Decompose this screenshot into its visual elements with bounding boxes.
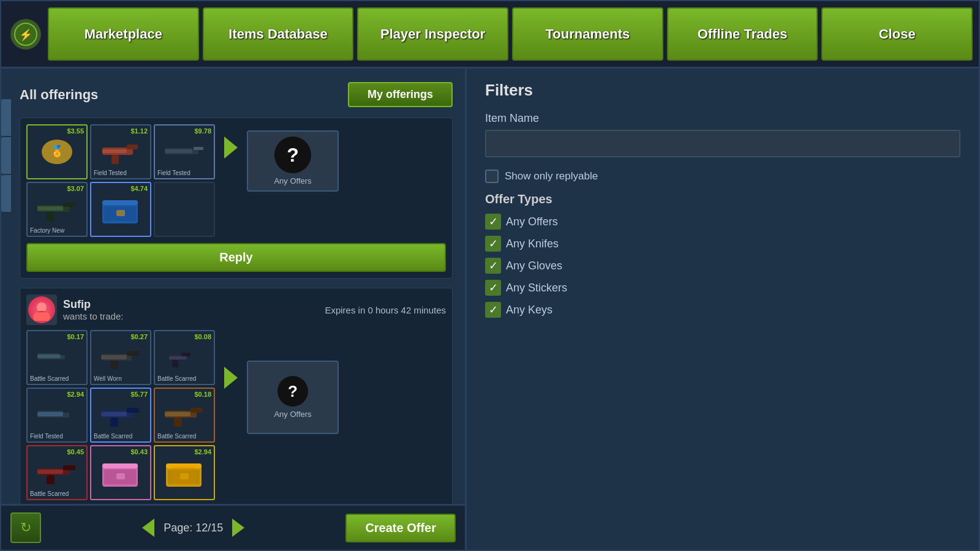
show-replyable-row: Show only replyable [485, 170, 960, 183]
svg-rect-18 [102, 200, 138, 205]
offer-card-1: $3.55 🏅 $1.12 [20, 118, 453, 279]
next-page-button[interactable] [232, 519, 244, 537]
item-visual [163, 400, 206, 430]
offer-type-label: Any Knifes [506, 238, 559, 250]
svg-rect-6 [111, 155, 119, 164]
item-2-4[interactable]: $2.94 Field Tested [26, 388, 88, 443]
question-icon: ? [274, 137, 311, 173]
edge-tabs [1, 99, 11, 212]
offer1-items-row: $3.55 🏅 $1.12 [26, 124, 446, 237]
offer-type-label: Any Gloves [506, 260, 562, 272]
reply-button[interactable]: Reply [26, 243, 446, 272]
edge-tab-3[interactable] [1, 175, 11, 212]
arrow-icon [224, 367, 238, 389]
user-name: Sufip [63, 298, 123, 311]
offer2-arrow [221, 367, 241, 389]
item-2-6[interactable]: $0.18 Battle Scarred [154, 388, 215, 443]
nav-tournaments[interactable]: Tournaments [512, 7, 663, 61]
offer-type-label: Any Offers [506, 216, 558, 228]
svg-rect-37 [47, 418, 55, 427]
svg-text:⚡: ⚡ [19, 28, 33, 42]
item-price: $0.17 [67, 333, 84, 340]
svg-rect-52 [102, 463, 138, 468]
offer-type-any-offers: ✓ Any Offers [485, 214, 960, 230]
item-2-8[interactable]: $0.43 [90, 445, 151, 500]
svg-rect-34 [169, 356, 186, 359]
app-logo: ⚡ [7, 7, 44, 61]
svg-rect-40 [127, 408, 139, 413]
bottom-bar: ↻ Page: 12/15 Create Offer [1, 504, 465, 550]
app-frame: ⚡ Marketplace Items Database Player Insp… [0, 0, 980, 551]
user-avatar [26, 294, 57, 325]
offer-types-section: Offer Types ✓ Any Offers ✓ Any Knifes ✓ … [485, 192, 960, 318]
item-condition: Battle Scarred [30, 490, 69, 497]
avatar-icon [28, 296, 55, 323]
svg-point-21 [37, 302, 47, 312]
svg-rect-41 [110, 418, 118, 427]
offer1-items-grid: $3.55 🏅 $1.12 [26, 124, 215, 237]
nav-marketplace[interactable]: Marketplace [48, 7, 199, 61]
item-price: $5.77 [130, 391, 148, 398]
item-visual [36, 457, 78, 488]
offers-scroll[interactable]: $3.55 🏅 $1.12 [1, 118, 465, 504]
item-price: $0.18 [194, 391, 211, 398]
svg-rect-25 [45, 359, 52, 369]
item-visual [99, 400, 142, 430]
item-2-5[interactable]: $5.77 Battle Scarred [90, 388, 151, 443]
prev-page-button[interactable] [142, 519, 154, 537]
wants-to-trade: wants to trade: [63, 311, 123, 321]
checkmark-any-stickers[interactable]: ✓ [485, 280, 501, 296]
nav-items-database[interactable]: Items Database [203, 7, 354, 61]
item-condition: Well Worn [94, 375, 122, 382]
create-offer-button[interactable]: Create Offer [345, 514, 456, 542]
item-name-input[interactable] [485, 130, 960, 157]
refresh-button[interactable]: ↻ [10, 512, 41, 543]
svg-rect-12 [194, 147, 203, 150]
nav-bar: ⚡ Marketplace Items Database Player Insp… [1, 1, 979, 69]
nav-offline-trades[interactable]: Offline Trades [667, 7, 818, 61]
item-1-4[interactable]: $3.07 Factory New [26, 182, 88, 237]
svg-rect-46 [165, 412, 190, 416]
item-price: $2.94 [67, 391, 84, 398]
nav-close[interactable]: Close [821, 7, 973, 61]
checkmark-any-keys[interactable]: ✓ [485, 302, 501, 318]
svg-rect-15 [47, 212, 55, 222]
main-content: All offerings My offerings $3.55 [1, 69, 979, 550]
my-offerings-button[interactable]: My offerings [348, 82, 453, 107]
edge-tab-2[interactable] [1, 137, 11, 174]
item-2-3[interactable]: $0.08 Battle Scarred [154, 330, 215, 385]
edge-tab-1[interactable] [1, 99, 11, 136]
item-price: $0.08 [194, 333, 211, 340]
item-1-2[interactable]: $1.12 Field Tested [90, 124, 151, 179]
item-condition: Factory New [30, 227, 64, 234]
item-1-1[interactable]: $3.55 🏅 [26, 124, 88, 179]
item-name-section: Item Name [485, 112, 960, 157]
checkmark-any-offers[interactable]: ✓ [485, 214, 501, 230]
page-label: Page: 12/15 [164, 522, 223, 534]
item-visual: 🏅 [36, 137, 78, 167]
item-2-7[interactable]: $0.45 Battle Scarred [26, 445, 88, 500]
item-2-1[interactable]: $0.17 Battle Scarred [26, 330, 88, 385]
item-2-9[interactable]: $2.94 [154, 445, 215, 500]
item-condition: Battle Scarred [30, 375, 69, 382]
item-condition: Battle Scarred [157, 433, 196, 440]
left-panel: All offerings My offerings $3.55 [1, 69, 467, 550]
item-price: $3.55 [67, 127, 84, 135]
offer-type-any-keys: ✓ Any Keys [485, 302, 960, 318]
item-1-3[interactable]: $9.78 F [154, 124, 215, 179]
item-1-5[interactable]: $4.74 [90, 182, 151, 237]
item-visual [36, 342, 78, 373]
show-replyable-checkbox[interactable] [485, 170, 499, 183]
checkmark-any-gloves[interactable]: ✓ [485, 258, 501, 274]
nav-player-inspector[interactable]: Player Inspector [357, 7, 508, 61]
item-price: $2.94 [194, 448, 211, 455]
item-2-2[interactable]: $0.27 Well Worn [90, 330, 151, 385]
offer2-want-label: Any Offers [274, 410, 311, 419]
svg-rect-20 [104, 206, 136, 221]
item-visual [99, 137, 142, 167]
svg-rect-26 [37, 354, 61, 358]
offer-type-any-gloves: ✓ Any Gloves [485, 258, 960, 274]
arrow-icon [224, 137, 238, 159]
checkmark-any-knifes[interactable]: ✓ [485, 236, 501, 252]
item-price: $0.43 [130, 448, 148, 455]
